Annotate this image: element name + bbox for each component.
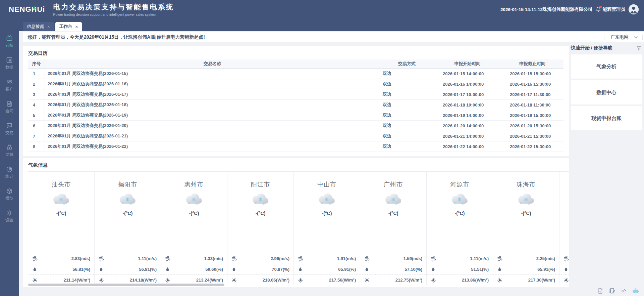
radiation-sun-icon xyxy=(298,278,303,283)
sidebar-label: 结算 xyxy=(5,152,13,158)
table-row[interactable]: 4 2026年01月 周双边协商交易(2026-01-18) 双边 2026-0… xyxy=(28,100,564,110)
lightning-bolt-icon xyxy=(33,6,36,11)
weather-city-card: 惠州市 ❄❄❄ -(°C) 1.33(m/s) 59.60(%) 213.24(… xyxy=(161,172,227,285)
main-content: 您好，能辉管理员，今天是 2026年01月15日 ，让珠海创伟AI助你开启电力营… xyxy=(19,31,644,296)
power-trading-workbench: { "header": { "logo_left": "NENG", "logo… xyxy=(0,0,644,296)
chevron-down-icon xyxy=(634,36,638,39)
snow-cloud-icon: ❄❄❄ xyxy=(119,193,137,206)
wind-speed-row xyxy=(559,253,569,264)
wind-icon xyxy=(231,256,237,261)
trade-calendar-panel: 交易日历 序号 交易名称 交易方式 申报开始时间 申报截止时间 1 2026年0… xyxy=(23,46,569,156)
table-row[interactable]: 8 2026年01月 周双边协商交易(2026-01-22) 双边 2026-0… xyxy=(28,141,564,152)
tab-workbench[interactable]: 工作台 × xyxy=(55,22,82,31)
sidebar-item-settings[interactable]: 设置 xyxy=(0,210,19,223)
snow-cloud-icon: ❄❄❄ xyxy=(385,193,402,206)
table-row[interactable]: 1 2026年01月 周双边协商交易(2026-01-15) 双边 2026-0… xyxy=(28,69,564,79)
sidebar-item-customers[interactable]: 客户 xyxy=(0,79,19,92)
wind-speed-row: 1.59(m/s) xyxy=(360,253,426,264)
grid-region-select[interactable]: 广东电网 xyxy=(604,35,643,40)
wind-speed-row: 1.11(m/s) xyxy=(427,253,493,264)
notebook-pencil-icon[interactable] xyxy=(609,288,615,294)
sidebar-item-settlement[interactable]: 结算 xyxy=(0,144,19,158)
greeting-suffix: ，让珠海创伟AI助你开启电力营销新起点! xyxy=(119,34,205,40)
quick-nav-item-weather-analysis[interactable]: 气象分析 xyxy=(571,54,642,79)
humidity-row: 56.81(%) xyxy=(95,264,161,274)
weather-panel-title: 气象信息 xyxy=(23,158,569,171)
table-header-row: 序号 交易名称 交易方式 申报开始时间 申报截止时间 xyxy=(28,59,564,69)
user-avatar[interactable] xyxy=(629,4,639,14)
quick-nav-panel: 快速开始 / 便捷导航 气象分析 数据中心 现货申报台账 xyxy=(571,45,642,132)
radiation-sun-icon xyxy=(564,278,569,283)
wind-icon xyxy=(165,256,171,261)
col-header-start: 申报开始时间 xyxy=(434,59,501,68)
close-icon[interactable]: × xyxy=(47,24,50,29)
city-temperature: -(°C) xyxy=(388,211,398,216)
weather-city-card: 揭阳市 ❄❄❄ -(°C) 1.11(m/s) 56.81(%) 214.18(… xyxy=(95,172,161,285)
greeting-bar: 您好，能辉管理员，今天是 2026年01月15日 ，让珠海创伟AI助你开启电力营… xyxy=(23,32,644,42)
table-row[interactable]: 7 2026年01月 周双边协商交易(2026-01-21) 双边 2026-0… xyxy=(28,131,564,141)
tab-label: 信息披露 xyxy=(27,24,44,30)
humidity-row: 57.10(%) xyxy=(360,264,426,274)
humidity-icon xyxy=(298,267,303,272)
humidity-icon xyxy=(431,267,436,272)
filter-funnel-icon[interactable] xyxy=(636,46,641,51)
snow-cloud-icon: ❄❄❄ xyxy=(451,193,469,206)
snow-cloud-icon: ❄❄❄ xyxy=(318,193,336,206)
wind-icon xyxy=(497,256,503,261)
quick-nav-item-data-center[interactable]: 数据中心 xyxy=(571,80,642,104)
sidebar-item-statistics[interactable]: 统计 xyxy=(0,166,19,179)
weather-city-card: 中山市 ❄❄❄ -(°C) 1.91(m/s) 65.91(%) 217.56(… xyxy=(294,172,360,285)
table-row[interactable]: 5 2026年01月 周双边协商交易(2026-01-19) 双边 2026-0… xyxy=(28,110,564,121)
weather-city-card-partial: ❄❄❄ xyxy=(559,172,569,285)
sidebar-item-contracts[interactable]: 合同 xyxy=(0,100,19,114)
quick-nav-item-spot-declaration-ledger[interactable]: 现货申报台账 xyxy=(571,106,642,130)
wind-icon xyxy=(431,256,436,261)
radiation-sun-icon xyxy=(165,278,170,283)
wind-speed-row: 2.83(m/s) xyxy=(28,253,94,264)
ai-robot-icon[interactable] xyxy=(632,287,639,294)
snow-cloud-icon: ❄❄❄ xyxy=(518,193,535,206)
notification-dot xyxy=(599,6,602,8)
table-row[interactable]: 2 2026年01月 周双边协商交易(2026-01-16) 双边 2026-0… xyxy=(28,79,564,89)
city-name: 珠海市 xyxy=(517,180,536,188)
sidebar-item-data[interactable]: 数据 xyxy=(0,57,19,70)
table-row[interactable]: 6 2026年01月 周双边协商交易(2026-01-20) 双边 2026-0… xyxy=(28,121,564,131)
col-header-end: 申报截止时间 xyxy=(501,59,564,68)
humidity-icon xyxy=(99,267,104,272)
header-datetime: 2026-01-15 14:11:12 xyxy=(500,7,543,12)
city-name: 阳江市 xyxy=(251,180,270,188)
humidity-row: 70.87(%) xyxy=(227,264,293,274)
sidebar-item-trading[interactable]: 交易 xyxy=(0,122,19,136)
wind-icon xyxy=(364,256,370,261)
weather-city-card: 阳江市 ❄❄❄ -(°C) 2.96(m/s) 70.87(%) 218.66(… xyxy=(227,172,294,285)
notification-bell-icon[interactable] xyxy=(595,6,601,12)
humidity-row: 51.51(%) xyxy=(427,264,493,274)
radiation-sun-icon xyxy=(32,278,38,283)
sidebar-item-dashboard[interactable]: 看板 xyxy=(0,35,19,48)
city-name: 惠州市 xyxy=(184,180,204,188)
tab-info-disclosure[interactable]: 信息披露 × xyxy=(23,22,54,31)
horizontal-scrollbar-thumb[interactable] xyxy=(28,284,224,286)
sidebar-label: 统计 xyxy=(5,174,13,179)
tab-label: 工作台 xyxy=(59,24,72,30)
city-name: 中山市 xyxy=(317,180,336,188)
trend-chart-icon[interactable] xyxy=(621,288,627,294)
close-icon[interactable]: × xyxy=(75,24,78,29)
quick-nav-title: 快速开始 / 便捷导航 xyxy=(571,45,612,51)
city-temperature: -(°C) xyxy=(256,211,266,216)
city-temperature: -(°C) xyxy=(455,211,465,216)
cube-icon xyxy=(6,188,13,195)
header-username: 能辉管理员 xyxy=(603,6,626,12)
top-header: NENGHUi 电力交易决策支持与智能售电系统 Power trading de… xyxy=(0,0,644,19)
col-header-no: 序号 xyxy=(28,59,45,68)
wind-speed-row: 2.96(m/s) xyxy=(227,253,293,264)
radiation-row: 212.75(W/m²) xyxy=(360,274,426,285)
table-row[interactable]: 3 2026年01月 周双边协商交易(2026-01-17) 双边 2026-0… xyxy=(28,89,564,100)
dashboard-icon xyxy=(6,35,13,42)
wind-speed-row: 2.25(m/s) xyxy=(493,253,559,264)
document-check-icon[interactable] xyxy=(597,288,603,294)
floating-tool-icons xyxy=(597,287,639,294)
sidebar-item-models[interactable]: 模型 xyxy=(0,188,19,201)
wind-speed-row: 1.33(m/s) xyxy=(161,253,227,264)
weather-city-card: 珠海市 ❄❄❄ -(°C) 2.25(m/s) 65.91(%) 217.30(… xyxy=(493,172,559,285)
